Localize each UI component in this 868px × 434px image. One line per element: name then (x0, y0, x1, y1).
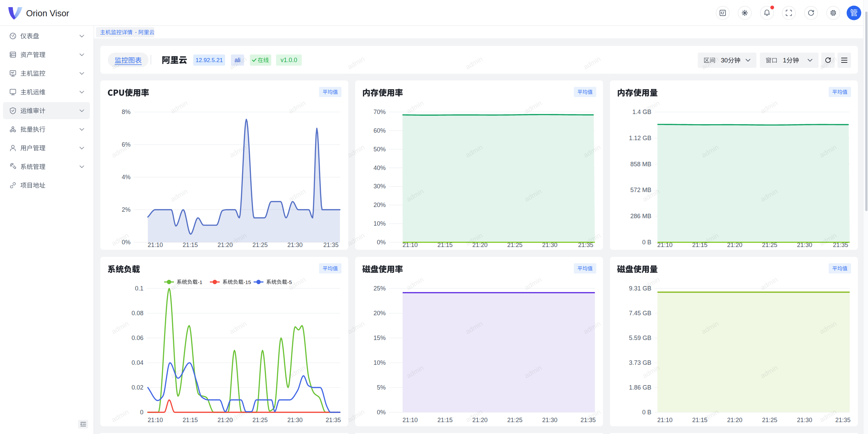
svg-text:Orion Visor: Orion Visor (26, 8, 70, 18)
